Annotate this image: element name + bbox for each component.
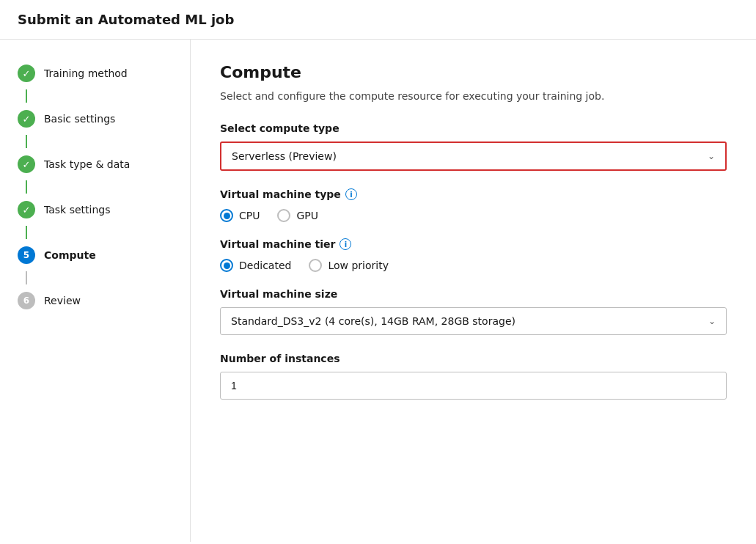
vm-tier-lowpriority-radio[interactable] [309, 259, 322, 272]
connector-4 [26, 226, 27, 239]
sidebar-item-basic-settings[interactable]: ✓ Basic settings [0, 103, 190, 135]
vm-type-title: Virtual machine type i [220, 188, 727, 200]
compute-type-dropdown[interactable]: Serverless (Preview) ⌄ [220, 141, 727, 171]
vm-tier-info-icon[interactable]: i [340, 238, 351, 250]
step-label-review: Review [44, 295, 81, 306]
step-icon-task-type: ✓ [18, 155, 35, 173]
vm-size-label: Virtual machine size [220, 288, 727, 300]
step-label-task-settings: Task settings [44, 204, 111, 216]
step-label-basic-settings: Basic settings [44, 113, 115, 125]
step-icon-compute: 5 [18, 246, 35, 264]
step-icon-task-settings: ✓ [18, 201, 35, 218]
vm-tier-lowpriority-option[interactable]: Low priority [309, 259, 389, 272]
vm-type-gpu-label: GPU [296, 210, 318, 221]
content-title: Compute [220, 63, 727, 81]
vm-size-value: Standard_DS3_v2 (4 core(s), 14GB RAM, 28… [231, 315, 515, 327]
content-description: Select and configure the compute resourc… [220, 90, 727, 102]
sidebar: ✓ Training method ✓ Basic settings ✓ Tas… [0, 40, 191, 542]
connector-2 [26, 135, 27, 148]
compute-type-chevron-icon: ⌄ [708, 151, 715, 161]
main-layout: ✓ Training method ✓ Basic settings ✓ Tas… [0, 40, 756, 542]
vm-tier-label: Virtual machine tier [220, 238, 335, 250]
instances-label: Number of instances [220, 353, 727, 364]
vm-size-chevron-icon: ⌄ [708, 316, 716, 326]
sidebar-item-task-type[interactable]: ✓ Task type & data [0, 148, 190, 180]
sidebar-item-training-method[interactable]: ✓ Training method [0, 57, 190, 89]
vm-type-info-icon[interactable]: i [345, 188, 357, 200]
step-icon-training-method: ✓ [18, 65, 35, 82]
vm-type-cpu-option[interactable]: CPU [220, 209, 260, 222]
step-icon-review: 6 [18, 292, 35, 309]
vm-tier-lowpriority-label: Low priority [328, 260, 389, 271]
vm-tier-dedicated-option[interactable]: Dedicated [220, 259, 291, 272]
sidebar-item-task-settings[interactable]: ✓ Task settings [0, 194, 190, 226]
step-icon-basic-settings: ✓ [18, 110, 35, 128]
vm-type-gpu-radio[interactable] [277, 209, 290, 222]
content-area: Compute Select and configure the compute… [191, 40, 756, 542]
instances-input[interactable] [220, 372, 727, 400]
page-header: Submit an Automated ML job [0, 0, 756, 40]
vm-type-cpu-radio[interactable] [220, 209, 233, 222]
vm-tier-section: Virtual machine tier i Dedicated Low pri… [220, 238, 727, 272]
vm-type-gpu-option[interactable]: GPU [277, 209, 318, 222]
connector-5 [26, 271, 27, 284]
sidebar-item-review[interactable]: 6 Review [0, 284, 190, 317]
compute-type-label: Select compute type [220, 122, 727, 134]
step-label-training-method: Training method [44, 67, 128, 79]
compute-type-value: Serverless (Preview) [232, 150, 337, 162]
page-title: Submit an Automated ML job [18, 12, 234, 27]
vm-tier-dedicated-radio[interactable] [220, 259, 233, 272]
sidebar-item-compute[interactable]: 5 Compute [0, 239, 190, 271]
step-label-compute: Compute [44, 249, 96, 261]
vm-tier-dedicated-label: Dedicated [239, 260, 291, 271]
vm-type-cpu-label: CPU [239, 210, 260, 221]
vm-type-label: Virtual machine type [220, 188, 341, 200]
vm-type-radio-group: CPU GPU [220, 209, 727, 222]
vm-tier-radio-group: Dedicated Low priority [220, 259, 727, 272]
connector-3 [26, 180, 27, 194]
vm-tier-title: Virtual machine tier i [220, 238, 727, 250]
vm-size-dropdown[interactable]: Standard_DS3_v2 (4 core(s), 14GB RAM, 28… [220, 307, 727, 335]
connector-1 [26, 89, 27, 103]
vm-type-section: Virtual machine type i CPU GPU [220, 188, 727, 222]
step-label-task-type: Task type & data [44, 158, 130, 170]
